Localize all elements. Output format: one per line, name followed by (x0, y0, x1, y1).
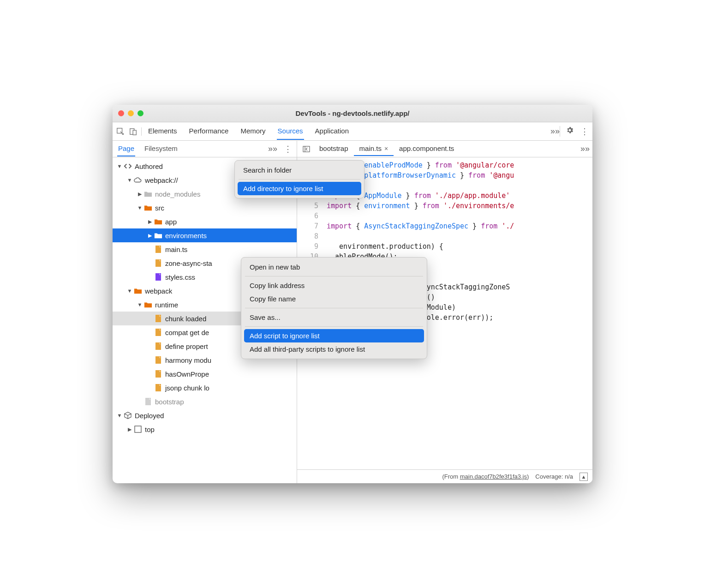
tree-label: styles.css (165, 273, 195, 281)
tree-row[interactable]: ▶app (113, 215, 297, 228)
toggle-navigator-icon[interactable] (300, 143, 313, 156)
disclosure-icon[interactable]: ▶ (126, 426, 133, 432)
tree-label: jsonp chunk lo (165, 384, 209, 392)
file-tab-label: app.component.ts (399, 144, 454, 152)
main-tab-application[interactable]: Application (314, 123, 350, 140)
file-tab-label: main.ts (359, 144, 382, 152)
tree-label: hasOwnPrope (165, 370, 209, 378)
body: ▼Authored▼webpack://▶node_modules▼src▶ap… (113, 157, 592, 483)
tree-row[interactable]: jsonp chunk lo (113, 381, 297, 395)
context-menu-item[interactable]: Add all third-party scripts to ignore li… (244, 342, 424, 356)
context-menu-item[interactable]: Open in new tab (244, 260, 424, 274)
disclosure-icon[interactable]: ▶ (147, 219, 153, 225)
tree-label: bootstrap (155, 398, 184, 406)
window-title: DevTools - ng-devtools.netlify.app/ (118, 109, 587, 117)
zoom-icon[interactable] (137, 110, 143, 116)
disclosure-icon[interactable]: ▶ (147, 233, 153, 239)
tree-row[interactable]: hasOwnPrope (113, 367, 297, 381)
nav-tab-page[interactable]: Page (117, 141, 135, 156)
tree-label: node_modules (155, 190, 200, 198)
tree-label: harmony modu (165, 356, 211, 364)
window-controls (118, 110, 143, 116)
minimize-icon[interactable] (128, 110, 134, 116)
tree-label: webpack:// (145, 176, 178, 184)
disclosure-icon[interactable]: ▼ (116, 163, 123, 169)
tree-label: Deployed (135, 412, 164, 420)
disclosure-icon[interactable]: ▼ (116, 413, 123, 418)
tree-label: app (165, 218, 177, 226)
nav-more-icon[interactable]: ⋮ (284, 144, 292, 154)
file-tab-label: bootstrap (319, 144, 348, 152)
tree-label: Authored (135, 162, 163, 170)
sub-tab-strip: PageFilesystem » ⋮ bootstrapmain.ts×app.… (113, 141, 592, 157)
devtools-window: DevTools - ng-devtools.netlify.app/ Elem… (113, 105, 592, 483)
nav-tab-filesystem[interactable]: Filesystem (143, 141, 179, 156)
source-from: (From main.dacof7b2fe3f1fa3.js) (442, 473, 529, 480)
tree-row[interactable]: main.ts (113, 242, 297, 256)
tree-label: src (155, 204, 164, 212)
file-tab[interactable]: app.component.ts (394, 142, 460, 156)
tree-label: compat get de (165, 329, 209, 336)
tree-label: zone-async-sta (165, 259, 212, 267)
close-icon[interactable]: × (384, 145, 388, 152)
context-menu-item[interactable]: Save as... (244, 311, 424, 324)
context-menu-item[interactable]: Add script to ignore list (244, 329, 424, 342)
tabs-overflow-icon[interactable]: » (550, 126, 560, 136)
main-tab-performance[interactable]: Performance (188, 123, 230, 140)
tree-label: define propert (165, 342, 208, 350)
context-menu-item[interactable]: Copy file name (244, 292, 424, 306)
tree-label: webpack (145, 287, 172, 295)
file-tabs-overflow-icon[interactable]: » (580, 144, 590, 154)
context-menu-item[interactable]: Search in folder (238, 163, 361, 177)
editor-status-bar: (From main.dacof7b2fe3f1fa3.js) Coverage… (297, 469, 592, 483)
tree-row[interactable]: ▼src (113, 201, 297, 215)
disclosure-icon[interactable]: ▶ (137, 191, 143, 197)
titlebar: DevTools - ng-devtools.netlify.app/ (113, 105, 592, 122)
more-icon[interactable]: ⋮ (580, 126, 589, 137)
main-tab-sources[interactable]: Sources (277, 123, 304, 140)
disclosure-icon[interactable]: ▼ (126, 177, 133, 183)
inspect-icon[interactable] (116, 127, 125, 136)
tree-row[interactable]: ▼Deployed (113, 408, 297, 422)
settings-icon[interactable] (566, 126, 574, 137)
main-tab-memory[interactable]: Memory (239, 123, 266, 140)
disclosure-icon[interactable]: ▼ (137, 302, 143, 307)
tree-label: chunk loaded (165, 315, 206, 323)
file-tab[interactable]: bootstrap (314, 142, 354, 156)
tree-label: top (145, 426, 155, 433)
close-icon[interactable] (118, 110, 124, 116)
context-menu-item[interactable]: Add directory to ignore list (238, 182, 361, 195)
tree-row[interactable]: ▶top (113, 422, 297, 436)
tree-label: environments (165, 232, 207, 240)
disclosure-icon[interactable]: ▼ (126, 288, 133, 294)
tree-label: main.ts (165, 246, 187, 253)
file-context-menu[interactable]: Open in new tabCopy link addressCopy fil… (241, 257, 427, 359)
main-tab-elements[interactable]: Elements (147, 123, 178, 140)
svg-rect-3 (303, 146, 310, 152)
main-tab-strip: ElementsPerformanceMemorySourcesApplicat… (113, 122, 592, 141)
pretty-print-icon[interactable]: ▲ (580, 473, 588, 481)
nav-overflow-icon[interactable]: » (268, 144, 277, 154)
folder-context-menu[interactable]: Search in folderAdd directory to ignore … (234, 160, 364, 198)
disclosure-icon[interactable]: ▼ (137, 205, 143, 210)
file-tab[interactable]: main.ts× (354, 142, 394, 156)
context-menu-item[interactable]: Copy link address (244, 279, 424, 292)
svg-rect-15 (135, 426, 141, 432)
tree-row[interactable]: ▶environments (113, 228, 297, 242)
coverage-label: Coverage: n/a (535, 473, 573, 480)
source-map-link[interactable]: main.dacof7b2fe3f1fa3.js (460, 473, 527, 480)
tree-row[interactable]: bootstrap (113, 395, 297, 408)
svg-rect-2 (133, 130, 136, 135)
device-toggle-icon[interactable] (129, 127, 137, 136)
tree-label: runtime (155, 301, 178, 309)
